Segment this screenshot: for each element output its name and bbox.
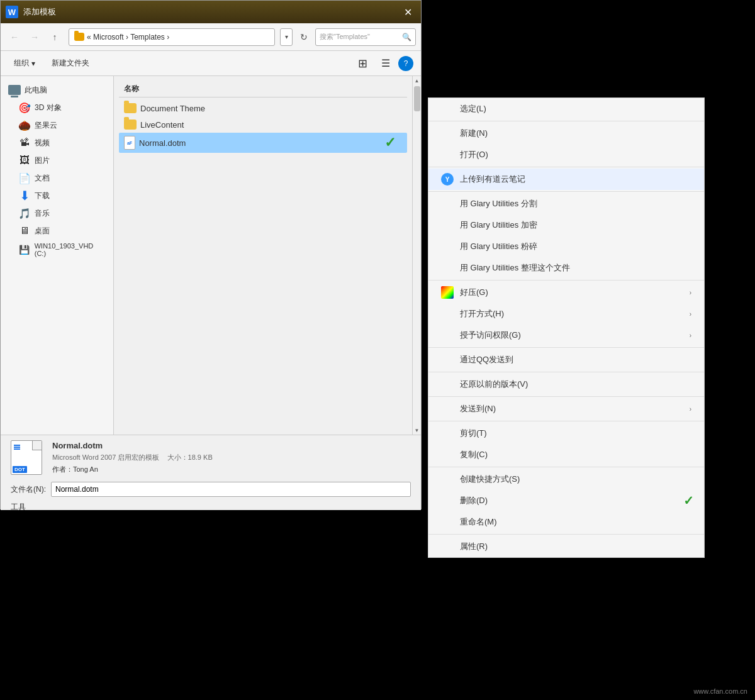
ctx-icon-qq — [441, 353, 454, 366]
sidebar-item-video[interactable]: 📽 视频 — [1, 134, 113, 152]
ctx-item-restore[interactable]: 还原以前的版本(V) — [428, 374, 704, 395]
ctx-item-glary-split[interactable]: 用 Glary Utilities 分割 — [428, 193, 704, 214]
search-placeholder: 搜索"Templates" — [320, 32, 370, 42]
ctx-item-sendto[interactable]: 发送到(N) › — [428, 398, 704, 419]
scroll-up-arrow[interactable]: ▲ — [413, 76, 422, 85]
sidebar-item-computer[interactable]: 此电脑 — [1, 81, 113, 99]
ctx-separator-4 — [428, 280, 704, 281]
drive-icon: 💾 — [18, 243, 31, 256]
preview-icon: DOT — [11, 440, 42, 475]
music-icon: 🎵 — [18, 207, 31, 219]
ctx-item-glary-encrypt[interactable]: 用 Glary Utilities 加密 — [428, 214, 704, 236]
hooya-icon — [441, 286, 454, 299]
file-item-normal-dotm[interactable]: aF Normal.dotm ✓ — [119, 133, 407, 153]
help-button[interactable]: ? — [398, 56, 413, 71]
sidebar: 此电脑 🎯 3D 对象 🌰 坚果云 📽 视频 🖼 图片 📄 文档 — [1, 76, 114, 435]
ctx-item-glary-organize[interactable]: 用 Glary Utilities 整理这个文件 — [428, 257, 704, 279]
sidebar-item-3d[interactable]: 🎯 3D 对象 — [1, 99, 113, 116]
ctx-item-grant[interactable]: 授予访问权限(G) › — [428, 325, 704, 346]
back-button[interactable]: ← — [6, 28, 23, 46]
toolbar-right: ⊞ ☰ ? — [352, 53, 413, 74]
ctx-arrow-sendto: › — [690, 406, 691, 413]
ctx-separator-5 — [428, 347, 704, 348]
dialog-title: 添加模板 — [23, 6, 400, 18]
filename-row: 文件名(N): — [1, 479, 421, 499]
up-button[interactable]: ↑ — [46, 28, 64, 46]
ctx-icon-empty — [441, 197, 454, 210]
sidebar-item-document[interactable]: 📄 文档 — [1, 169, 113, 187]
ctx-item-new[interactable]: 新建(N) — [428, 123, 704, 144]
ctx-item-openwith[interactable]: 打开方式(H) › — [428, 303, 704, 325]
file-list-container: 名称 Document Theme LiveContent — [114, 76, 421, 435]
picture-icon: 🖼 — [18, 154, 31, 167]
tools-label: 工具 — [11, 502, 26, 513]
folder-small-icon — [74, 33, 84, 41]
ctx-item-hooya[interactable]: 好压(G) › — [428, 282, 704, 303]
desktop-icon: 🖥 — [18, 225, 31, 237]
ctx-item-glary-shred[interactable]: 用 Glary Utilities 粉碎 — [428, 236, 704, 257]
ctx-item-open[interactable]: 打开(O) — [428, 144, 704, 165]
scroll-thumb[interactable] — [414, 86, 420, 111]
title-bar: W 添加模板 ✕ — [1, 1, 421, 23]
ctx-separator-9 — [428, 467, 704, 467]
nav-path-content: « Microsoft › Templates › — [74, 33, 169, 42]
preview-badge: DOT — [13, 466, 27, 473]
ctx-separator — [428, 121, 704, 121]
ctx-item-create-shortcut[interactable]: 创建快捷方式(S) — [428, 469, 704, 490]
scrollbar[interactable]: ▲ ▼ — [412, 76, 421, 435]
check-mark-file: ✓ — [384, 135, 396, 151]
dialog-window: W 添加模板 ✕ ← → ↑ « Microsoft › Templates ›… — [0, 0, 422, 509]
file-preview: DOT Normal.dotm Microsoft Word 2007 启用宏的… — [1, 435, 421, 479]
view-button[interactable]: ⊞ — [352, 53, 373, 74]
ctx-arrow-openwith: › — [690, 311, 691, 318]
sidebar-item-music[interactable]: 🎵 音乐 — [1, 204, 113, 222]
sidebar-item-desktop[interactable]: 🖥 桌面 — [1, 222, 113, 240]
ctx-icon-cut — [441, 427, 454, 440]
ctx-item-delete[interactable]: 删除(D) ✓ — [428, 490, 704, 511]
ctx-icon-open — [441, 148, 454, 161]
ctx-item-cut[interactable]: 剪切(T) — [428, 423, 704, 444]
ctx-arrow-hooya: › — [690, 289, 691, 296]
ctx-icon-shortcut — [441, 473, 454, 486]
search-icon: 🔍 — [402, 33, 411, 42]
nav-path[interactable]: « Microsoft › Templates › — [69, 28, 275, 46]
ctx-icon-select — [441, 103, 454, 115]
sidebar-item-nut[interactable]: 🌰 坚果云 — [1, 116, 113, 134]
file-list-header: 名称 — [119, 81, 407, 97]
panel-button[interactable]: ☰ — [376, 54, 396, 72]
ctx-separator-3 — [428, 191, 704, 192]
refresh-button[interactable]: ↻ — [295, 28, 313, 46]
ctx-item-qq-send[interactable]: 通过QQ发送到 — [428, 349, 704, 370]
search-box[interactable]: 搜索"Templates" 🔍 — [315, 28, 416, 46]
toolbar-row: 工具 — [1, 499, 421, 515]
new-folder-button[interactable]: 新建文件夹 — [46, 55, 95, 72]
youdao-icon: Y — [441, 173, 454, 186]
ctx-check-delete: ✓ — [683, 493, 694, 508]
path-dropdown[interactable]: ▾ — [280, 28, 293, 46]
sidebar-item-drive[interactable]: 💾 WIN10_1903_VHD (C:) — [1, 240, 113, 260]
sidebar-item-picture[interactable]: 🖼 图片 — [1, 152, 113, 169]
ctx-separator-6 — [428, 372, 704, 372]
forward-button[interactable]: → — [26, 28, 43, 46]
ctx-icon-grant — [441, 329, 454, 342]
watermark: www.cfan.com.cn — [693, 687, 747, 695]
doc-lines — [14, 445, 20, 446]
file-item-document-theme[interactable]: Document Theme — [119, 100, 407, 116]
computer-icon — [8, 84, 21, 96]
ctx-item-copy[interactable]: 复制(C) — [428, 444, 704, 465]
filename-input[interactable] — [51, 482, 411, 497]
organize-button[interactable]: 组织 ▾ — [8, 55, 41, 72]
ctx-item-properties[interactable]: 属性(R) — [428, 536, 704, 557]
navigation-bar: ← → ↑ « Microsoft › Templates › ▾ ↻ 搜索"T… — [1, 23, 421, 51]
preview-desc: Microsoft Word 2007 启用宏的模板 大小：18.9 KB — [52, 453, 411, 462]
sidebar-item-download[interactable]: ⬇ 下载 — [1, 187, 113, 204]
close-button[interactable]: ✕ — [400, 4, 416, 20]
ctx-item-rename[interactable]: 重命名(M) — [428, 511, 704, 533]
scroll-down-arrow[interactable]: ▼ — [413, 426, 422, 435]
ctx-icon-openwith — [441, 308, 454, 320]
ctx-item-youdao[interactable]: Y 上传到有道云笔记 — [428, 169, 704, 190]
content-area: 此电脑 🎯 3D 对象 🌰 坚果云 📽 视频 🖼 图片 📄 文档 — [1, 76, 421, 435]
ctx-item-select[interactable]: 选定(L) — [428, 98, 704, 119]
document-icon: 📄 — [18, 172, 31, 184]
file-item-livecontent[interactable]: LiveContent — [119, 116, 407, 133]
